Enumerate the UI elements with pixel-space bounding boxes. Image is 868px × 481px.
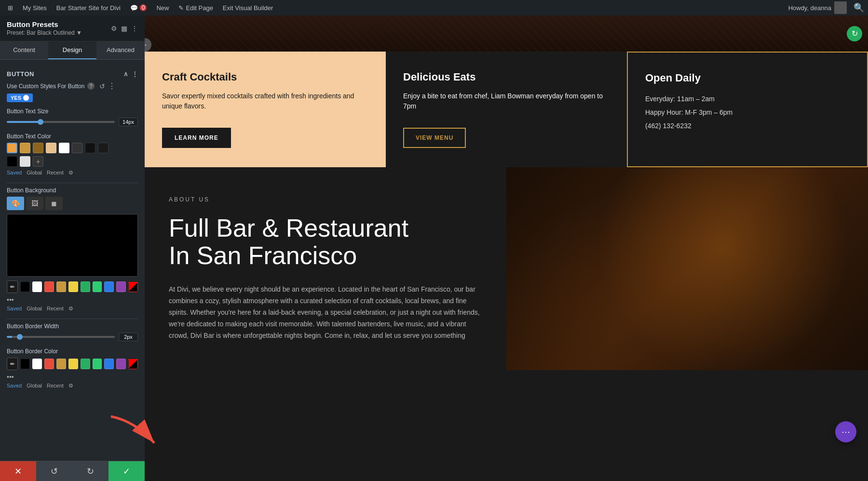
wp-logo-icon: ⊞ bbox=[8, 4, 13, 12]
color-swatch-light-gray[interactable] bbox=[20, 156, 30, 167]
edit-page-item[interactable]: ✎ Edit Page bbox=[175, 0, 217, 15]
bg-recent-tag[interactable]: Recent bbox=[47, 306, 64, 312]
tab-content[interactable]: Content bbox=[0, 41, 48, 59]
more-options-icon[interactable]: ⋮ bbox=[131, 25, 138, 32]
border-saved-tag[interactable]: Saved bbox=[7, 383, 22, 389]
card-title: Craft Cocktails Savor expertly mixed coc… bbox=[162, 71, 368, 121]
border-width-label: Button Border Width bbox=[7, 323, 138, 330]
panel-tabs: Content Design Advanced bbox=[0, 41, 145, 60]
bg-saved-tag[interactable]: Saved bbox=[7, 306, 22, 312]
yes-toggle[interactable]: YES bbox=[7, 94, 33, 102]
toggle-more-icon[interactable]: ⋮ bbox=[108, 81, 116, 91]
my-sites-item[interactable]: My Sites bbox=[19, 0, 51, 15]
border-color-settings-icon[interactable]: ⚙ bbox=[68, 383, 73, 389]
bg-type-gradient[interactable]: ◼ bbox=[45, 197, 63, 210]
border-more-icon[interactable]: ••• bbox=[7, 373, 14, 381]
color-swatch-tan[interactable] bbox=[20, 143, 30, 153]
custom-styles-row: Use Custom Styles For Button ? ↺ ⋮ bbox=[7, 81, 138, 91]
cancel-button[interactable]: ✕ bbox=[0, 461, 36, 481]
bg-swatch-green[interactable] bbox=[81, 281, 90, 292]
fab-button[interactable]: ⋯ bbox=[835, 421, 856, 442]
color-swatch-white[interactable] bbox=[59, 143, 69, 153]
color-swatch-brown[interactable] bbox=[33, 143, 43, 153]
color-swatch-dark-gray[interactable] bbox=[72, 143, 82, 153]
text-size-slider[interactable] bbox=[7, 121, 115, 123]
learn-more-button[interactable]: LEARN MORE bbox=[162, 128, 231, 148]
recent-tag[interactable]: Recent bbox=[47, 170, 64, 176]
new-item[interactable]: New bbox=[152, 0, 173, 15]
cancel-icon: ✕ bbox=[14, 466, 22, 477]
tab-advanced[interactable]: Advanced bbox=[96, 41, 145, 59]
global-tag[interactable]: Global bbox=[27, 170, 42, 176]
border-eyedropper-icon[interactable]: ✒ bbox=[7, 358, 18, 370]
border-slider-row: 2px bbox=[7, 333, 138, 341]
saved-tag[interactable]: Saved bbox=[7, 170, 22, 176]
my-sites-label: My Sites bbox=[23, 4, 47, 12]
bg-swatch-white[interactable] bbox=[32, 281, 42, 292]
border-width-slider[interactable] bbox=[7, 336, 115, 338]
add-color-swatch[interactable]: + bbox=[33, 156, 43, 167]
about-body: At Divi, we believe every night should b… bbox=[169, 284, 482, 341]
confirm-button[interactable]: ✓ bbox=[108, 461, 145, 481]
border-swatch-yellow[interactable] bbox=[68, 359, 78, 369]
color-swatch-black2[interactable] bbox=[98, 143, 108, 153]
bg-color-settings-icon[interactable]: ⚙ bbox=[68, 306, 73, 312]
bg-global-tag[interactable]: Global bbox=[27, 306, 42, 312]
wp-logo-item[interactable]: ⊞ bbox=[4, 0, 17, 15]
phone-number: (462) 132-6232 bbox=[645, 119, 850, 133]
border-swatch-green[interactable] bbox=[81, 359, 90, 369]
border-swatch-red[interactable] bbox=[44, 359, 54, 369]
grid-icon[interactable]: ▦ bbox=[121, 25, 127, 32]
eyedropper-icon[interactable]: ✒ bbox=[7, 281, 18, 293]
button-bg-label: Button Background bbox=[7, 187, 138, 194]
cards-section: Craft Cocktails Savor expertly mixed coc… bbox=[145, 52, 868, 167]
card-title-2: Delicious Eats Enjoy a bite to eat from … bbox=[403, 71, 610, 121]
bg-more-icon[interactable]: ••• bbox=[7, 296, 14, 304]
color-swatch-black1[interactable] bbox=[85, 143, 95, 153]
border-swatch-ltgreen[interactable] bbox=[93, 359, 102, 369]
bg-swatch-diag[interactable] bbox=[128, 281, 138, 292]
border-recent-tag[interactable]: Recent bbox=[47, 383, 64, 389]
help-icon[interactable]: ? bbox=[87, 82, 95, 90]
panel-subtitle[interactable]: Preset: Bar Black Outlined ▼ bbox=[7, 29, 82, 36]
card-info: Everyday: 11am – 2am Happy Hour: M-F 3pm… bbox=[645, 92, 850, 133]
redo-button[interactable]: ↻ bbox=[72, 461, 108, 481]
bg-swatch-ltgreen[interactable] bbox=[93, 281, 102, 292]
border-swatch-blue[interactable] bbox=[104, 359, 114, 369]
color-settings-icon[interactable]: ⚙ bbox=[68, 170, 73, 176]
settings-icon[interactable]: ⚙ bbox=[111, 25, 117, 32]
color-swatch-orange[interactable] bbox=[7, 143, 17, 153]
bg-type-solid[interactable]: 🎨 bbox=[7, 197, 24, 210]
border-swatch-gold[interactable] bbox=[56, 359, 66, 369]
tab-design[interactable]: Design bbox=[48, 41, 96, 59]
border-swatch-white[interactable] bbox=[32, 359, 42, 369]
exit-builder-item[interactable]: Exit Visual Builder bbox=[219, 0, 277, 15]
reset-icon[interactable]: ↺ bbox=[99, 82, 105, 90]
exit-builder-label: Exit Visual Builder bbox=[223, 4, 273, 12]
border-swatch-purple[interactable] bbox=[116, 359, 126, 369]
border-global-tag[interactable]: Global bbox=[27, 383, 42, 389]
comments-item[interactable]: 💬 0 bbox=[126, 0, 151, 15]
card-craft-cocktails: Craft Cocktails Savor expertly mixed coc… bbox=[145, 52, 386, 167]
button-text-size-field: Button Text Size 14px bbox=[7, 108, 138, 126]
site-name-item[interactable]: Bar Starter Site for Divi bbox=[53, 0, 124, 15]
bg-swatch-purple[interactable] bbox=[116, 281, 126, 292]
bg-swatch-red[interactable] bbox=[44, 281, 54, 292]
collapse-icon[interactable]: ∧ bbox=[123, 70, 129, 78]
bg-swatch-yellow[interactable] bbox=[68, 281, 78, 292]
bg-swatch-black[interactable] bbox=[20, 281, 30, 292]
undo-button[interactable]: ↺ bbox=[36, 461, 72, 481]
color-swatch-peach[interactable] bbox=[46, 143, 56, 153]
bg-swatch-gold[interactable] bbox=[56, 281, 66, 292]
bg-swatch-blue[interactable] bbox=[104, 281, 114, 292]
about-label: ABOUT US bbox=[169, 196, 482, 203]
howdy-section: Howdy, deanna 🔍 bbox=[788, 1, 864, 14]
refresh-circle-button[interactable]: ↻ bbox=[847, 26, 862, 41]
border-swatch-diag[interactable] bbox=[128, 359, 138, 369]
border-swatch-black[interactable] bbox=[20, 359, 30, 369]
bg-type-image[interactable]: 🖼 bbox=[26, 197, 43, 210]
search-icon[interactable]: 🔍 bbox=[854, 2, 864, 13]
color-swatch-black3[interactable] bbox=[7, 156, 17, 167]
section-more-icon[interactable]: ⋮ bbox=[132, 70, 138, 78]
view-menu-button[interactable]: VIEW MENU bbox=[403, 128, 466, 148]
